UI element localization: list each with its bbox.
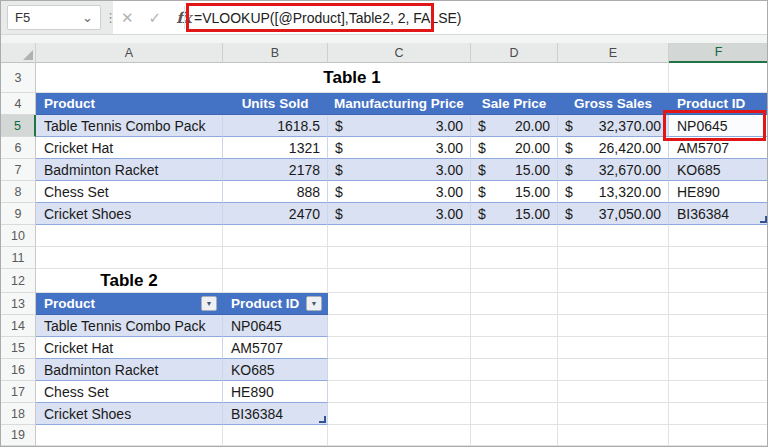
- cell-d6[interactable]: $20.00: [471, 137, 558, 159]
- cell-b5[interactable]: 1618.5: [223, 115, 328, 137]
- cell[interactable]: [558, 425, 669, 446]
- cell[interactable]: [558, 315, 669, 337]
- cell-d9[interactable]: $15.00: [471, 203, 558, 225]
- cell-d8[interactable]: $15.00: [471, 181, 558, 203]
- enter-icon[interactable]: ✓: [149, 9, 162, 27]
- row-header-13[interactable]: 13: [1, 293, 36, 315]
- cell-b15[interactable]: AM5707: [223, 337, 328, 359]
- cell-a9[interactable]: Cricket Shoes: [36, 203, 223, 225]
- row-header-9[interactable]: 9: [1, 203, 36, 225]
- cell-a17[interactable]: Chess Set: [36, 381, 223, 403]
- cell[interactable]: [328, 337, 471, 359]
- cell-f6[interactable]: AM5707: [669, 137, 768, 159]
- row-header-15[interactable]: 15: [1, 337, 36, 359]
- cell-e8[interactable]: $13,320.00: [558, 181, 669, 203]
- filter-dropdown-icon[interactable]: ▼: [201, 296, 217, 311]
- cell-d7[interactable]: $15.00: [471, 159, 558, 181]
- cell[interactable]: [36, 425, 223, 446]
- cell[interactable]: [558, 337, 669, 359]
- cell-a5[interactable]: Table Tennis Combo Pack: [36, 115, 223, 137]
- cell-b17[interactable]: HE890: [223, 381, 328, 403]
- cell[interactable]: [328, 247, 471, 269]
- row-header-19[interactable]: 19: [1, 425, 36, 446]
- table1-header-units-sold[interactable]: Units Sold: [223, 93, 328, 115]
- column-header-c[interactable]: C: [328, 43, 471, 63]
- row-header-11[interactable]: 11: [1, 247, 36, 269]
- cell[interactable]: [471, 225, 558, 247]
- column-header-a[interactable]: A: [36, 43, 223, 63]
- column-header-b[interactable]: B: [223, 43, 328, 63]
- table2-header-product[interactable]: Product▼: [36, 293, 223, 315]
- table2-header-product-id[interactable]: Product ID▼: [223, 293, 328, 315]
- cell[interactable]: [328, 381, 471, 403]
- row-header-14[interactable]: 14: [1, 315, 36, 337]
- row-header-16[interactable]: 16: [1, 359, 36, 381]
- table1-title-cell[interactable]: Table 1: [36, 63, 669, 93]
- cell[interactable]: [669, 269, 768, 293]
- row-header-5-selected[interactable]: 5: [1, 115, 36, 137]
- cell[interactable]: [669, 403, 768, 425]
- cell-a8[interactable]: Chess Set: [36, 181, 223, 203]
- filter-dropdown-icon[interactable]: ▼: [306, 296, 322, 311]
- cell[interactable]: [669, 425, 768, 446]
- cell[interactable]: [669, 381, 768, 403]
- cell[interactable]: [471, 247, 558, 269]
- cell-c6[interactable]: $3.00: [328, 137, 471, 159]
- cell[interactable]: [471, 359, 558, 381]
- cell[interactable]: [558, 269, 669, 293]
- cell[interactable]: [328, 293, 471, 315]
- cell[interactable]: [328, 225, 471, 247]
- name-box[interactable]: F5 ⌄: [7, 5, 101, 30]
- cell[interactable]: [223, 225, 328, 247]
- cell-b6[interactable]: 1321: [223, 137, 328, 159]
- column-header-f-selected[interactable]: F: [669, 43, 768, 63]
- cell[interactable]: [669, 63, 768, 93]
- cell[interactable]: [558, 247, 669, 269]
- cell-b9[interactable]: 2470: [223, 203, 328, 225]
- row-header-10[interactable]: 10: [1, 225, 36, 247]
- more-options-icon[interactable]: ⋮: [104, 10, 117, 25]
- cell[interactable]: [328, 425, 471, 446]
- table2-title-cell[interactable]: Table 2: [36, 269, 223, 293]
- row-header-7[interactable]: 7: [1, 159, 36, 181]
- cell[interactable]: [471, 425, 558, 446]
- cell-b16[interactable]: KO685: [223, 359, 328, 381]
- cell-c8[interactable]: $3.00: [328, 181, 471, 203]
- cell[interactable]: [558, 225, 669, 247]
- cell[interactable]: [471, 337, 558, 359]
- column-header-e[interactable]: E: [558, 43, 669, 63]
- cell-c9[interactable]: $3.00: [328, 203, 471, 225]
- cell-f7[interactable]: KO685: [669, 159, 768, 181]
- cell-a6[interactable]: Cricket Hat: [36, 137, 223, 159]
- table1-header-product[interactable]: Product: [36, 93, 223, 115]
- row-header-6[interactable]: 6: [1, 137, 36, 159]
- cell[interactable]: [558, 359, 669, 381]
- cell-e6[interactable]: $26,420.00: [558, 137, 669, 159]
- cell[interactable]: [223, 425, 328, 446]
- chevron-down-icon[interactable]: ⌄: [82, 13, 93, 23]
- table1-header-gross-sales[interactable]: Gross Sales: [558, 93, 669, 115]
- cell[interactable]: [669, 337, 768, 359]
- cell-b8[interactable]: 888: [223, 181, 328, 203]
- cell-f8[interactable]: HE890: [669, 181, 768, 203]
- cancel-icon[interactable]: ✕: [121, 9, 134, 27]
- column-header-d[interactable]: D: [471, 43, 558, 63]
- cell[interactable]: [669, 315, 768, 337]
- cell-e7[interactable]: $32,670.00: [558, 159, 669, 181]
- table1-resize-handle[interactable]: [760, 216, 767, 223]
- cell[interactable]: [669, 225, 768, 247]
- formula-input[interactable]: =VLOOKUP([@Product],Table2, 2, FALSE): [194, 1, 763, 35]
- cell[interactable]: [471, 403, 558, 425]
- cell[interactable]: [558, 381, 669, 403]
- row-header-3[interactable]: 3: [1, 63, 36, 93]
- cell[interactable]: [669, 247, 768, 269]
- table1-header-manufacturing-price[interactable]: Manufacturing Price: [328, 93, 471, 115]
- cell[interactable]: [223, 247, 328, 269]
- cell-c7[interactable]: $3.00: [328, 159, 471, 181]
- cell[interactable]: [471, 381, 558, 403]
- cell-e5[interactable]: $32,370.00: [558, 115, 669, 137]
- cell-b7[interactable]: 2178: [223, 159, 328, 181]
- cell-b18[interactable]: BI36384: [223, 403, 328, 425]
- cell[interactable]: [36, 247, 223, 269]
- row-header-8[interactable]: 8: [1, 181, 36, 203]
